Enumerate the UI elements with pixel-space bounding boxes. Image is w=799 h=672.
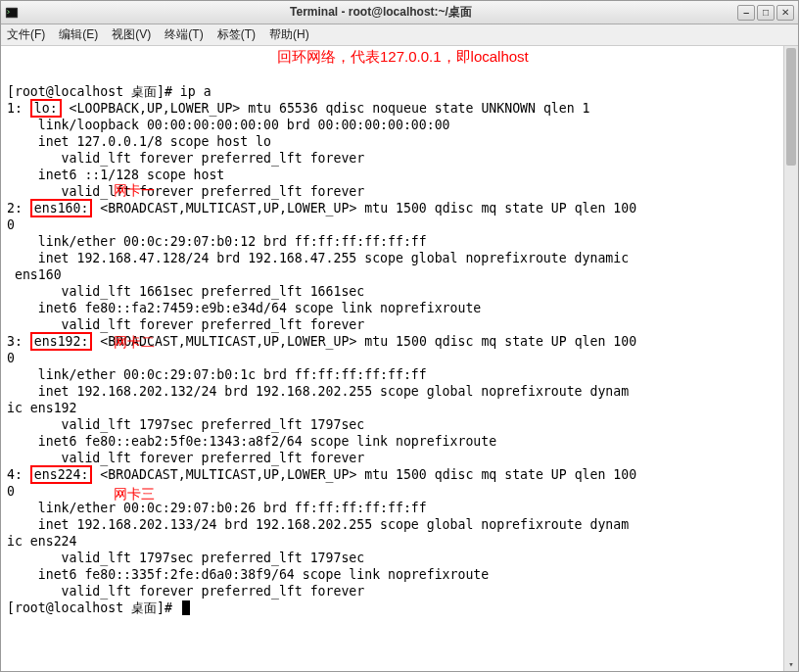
close-button[interactable]: ✕ (776, 5, 794, 21)
annotation-loopback: 回环网络，代表127.0.0.1，即localhost (277, 48, 529, 65)
annotation-nic2: 网卡二 (114, 334, 155, 351)
menu-help[interactable]: 帮助(H) (269, 26, 309, 43)
prompt-last: [root@localhost 桌面]# (7, 600, 180, 615)
ens224-rest1: <BROADCAST,MULTICAST,UP,LOWER_UP> mtu 15… (92, 467, 636, 482)
ens160-valid6: valid_lft forever preferred_lft forever (7, 317, 364, 332)
ens192-rest1: <BROADCAST,MULTICAST,UP,LOWER_UP> mtu 15… (100, 334, 636, 349)
ens224-rest2: 0 (7, 484, 15, 499)
ens224-valid: valid_lft 1797sec preferred_lft 1797sec (7, 551, 364, 565)
scrollbar-down-icon[interactable]: ▾ (784, 657, 798, 671)
ens192-rest2: 0 (7, 351, 15, 365)
scrollbar[interactable]: ▾ (783, 46, 798, 671)
ens160-valid: valid_lft 1661sec preferred_lft 1661sec (7, 284, 364, 299)
ens160-inet1: inet 192.168.47.128/24 brd 192.168.47.25… (7, 251, 629, 265)
ens160-inet6: inet6 fe80::fa2:7459:e9b:e34d/64 scope l… (7, 301, 489, 315)
ens224-inet2: ic ens224 (7, 534, 76, 549)
iface-ens160-box: ens160: (30, 199, 93, 217)
iface-ens160-label: ens160: (34, 201, 89, 216)
iface-ens192-label: ens192: (34, 334, 89, 349)
annotation-nic3: 网卡三 (114, 486, 155, 503)
window-title: Terminal - root@localhost:~/桌面 (24, 4, 737, 21)
minimize-button[interactable]: ‒ (737, 5, 755, 21)
scrollbar-thumb[interactable] (786, 48, 796, 166)
ens192-valid6: valid_lft forever preferred_lft forever (7, 451, 364, 465)
ens160-rest2: 0 (7, 217, 15, 232)
ens224-inet6: inet6 fe80::335f:2fe:d6a0:38f9/64 scope … (7, 567, 496, 582)
ens192-inet2: ic ens192 (7, 401, 76, 415)
lo-link: link/loopback 00:00:00:00:00:00 brd 00:0… (7, 118, 450, 132)
ens160-inet2: ens160 (7, 267, 62, 282)
menu-tabs[interactable]: 标签(T) (217, 26, 256, 43)
iface-lo-rest: <LOOPBACK,UP,LOWER_UP> mtu 65536 qdisc n… (62, 101, 590, 116)
ens192-valid: valid_lft 1797sec preferred_lft 1797sec (7, 417, 364, 432)
command: ip a (180, 84, 212, 99)
ens224-link: link/ether 00:0c:29:07:b0:26 brd ff:ff:f… (7, 501, 427, 515)
iface-lo-box: lo: (30, 99, 62, 118)
iface-ens224-label: ens224: (34, 467, 89, 482)
ens192-inet6: inet6 fe80::eab2:5f0e:1343:a8f2/64 scope… (7, 434, 504, 449)
prompt: [root@localhost 桌面]# (7, 84, 180, 99)
ens192-inet1: inet 192.168.202.132/24 brd 192.168.202.… (7, 384, 629, 399)
menu-edit[interactable]: 编辑(E) (59, 26, 98, 43)
cursor (182, 600, 190, 615)
menu-view[interactable]: 视图(V) (112, 26, 151, 43)
menubar: 文件(F) 编辑(E) 视图(V) 终端(T) 标签(T) 帮助(H) (1, 24, 798, 46)
lo-valid: valid_lft forever preferred_lft forever (7, 151, 364, 166)
annotation-nic1: 网卡一 (114, 182, 155, 199)
terminal-icon (5, 6, 19, 20)
iface-ens224-box: ens224: (30, 465, 93, 484)
lo-valid6: valid_lft forever preferred_lft forever (7, 184, 364, 199)
ens160-link: link/ether 00:0c:29:07:b0:12 brd ff:ff:f… (7, 234, 427, 249)
lo-inet6: inet6 ::1/128 scope host (7, 168, 232, 182)
menu-file[interactable]: 文件(F) (7, 26, 45, 43)
iface-lo-label: lo: (34, 101, 58, 116)
ens224-inet1: inet 192.168.202.133/24 brd 192.168.202.… (7, 517, 629, 532)
ens192-link: link/ether 00:0c:29:07:b0:1c brd ff:ff:f… (7, 367, 427, 382)
titlebar: Terminal - root@localhost:~/桌面 ‒ □ ✕ (1, 1, 798, 24)
window-controls: ‒ □ ✕ (737, 5, 794, 21)
iface-ens192-box: ens192: (30, 332, 93, 351)
ens224-valid6: valid_lft forever preferred_lft forever (7, 584, 364, 599)
ens160-rest1: <BROADCAST,MULTICAST,UP,LOWER_UP> mtu 15… (92, 201, 636, 216)
terminal-area[interactable]: [root@localhost 桌面]# ip a 1: lo: <LOOPBA… (1, 46, 798, 671)
maximize-button[interactable]: □ (757, 5, 775, 21)
menu-terminal[interactable]: 终端(T) (164, 26, 203, 43)
lo-inet: inet 127.0.0.1/8 scope host lo (7, 134, 271, 149)
